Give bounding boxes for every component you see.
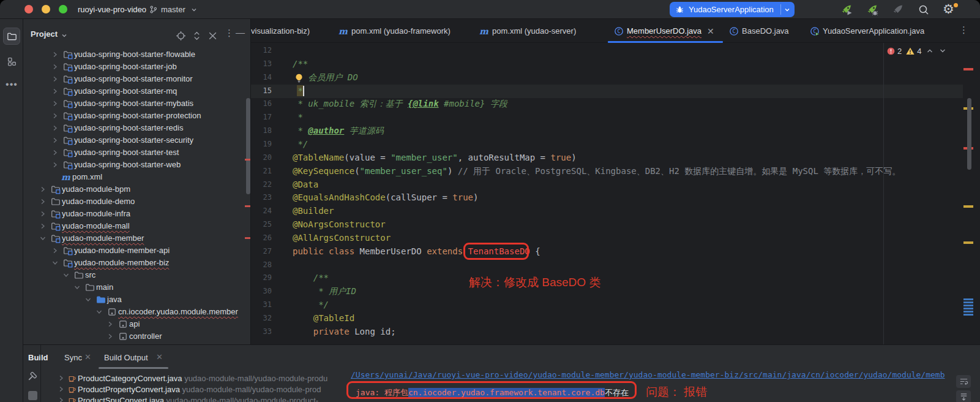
close-tab-icon[interactable]: ✕ (707, 26, 714, 36)
warning-stripe-mark[interactable] (963, 241, 973, 244)
tree-item-yudao-spring-boot-starter-protection[interactable]: yudao-spring-boot-starter-protection (23, 110, 250, 122)
chevron-collapsed-icon[interactable] (39, 197, 47, 206)
tree-item-yudao-spring-boot-starter-redis[interactable]: yudao-spring-boot-starter-redis (23, 122, 250, 134)
close-icon[interactable]: ✕ (156, 352, 163, 362)
tree-item-java[interactable]: java (23, 294, 250, 306)
build-hammer-icon[interactable] (26, 371, 37, 382)
info-stripe-mark[interactable] (963, 302, 973, 303)
chevron-expanded-icon[interactable] (73, 283, 81, 292)
info-stripe-mark[interactable] (963, 305, 973, 306)
editor-tab-YudaoServerApplication.java[interactable]: CYudaoServerApplication.java (810, 19, 924, 43)
info-stripe-mark[interactable] (963, 311, 973, 313)
close-window-button[interactable] (24, 5, 33, 13)
chevron-collapsed-icon[interactable] (51, 75, 59, 83)
chevron-collapsed-icon[interactable] (51, 161, 59, 169)
chevron-collapsed-icon[interactable] (39, 222, 47, 230)
chevron-collapsed-icon[interactable] (57, 385, 67, 393)
locate-file-icon[interactable] (176, 31, 186, 41)
chevron-collapsed-icon[interactable] (51, 148, 59, 157)
hide-panel-icon[interactable]: — (236, 27, 246, 37)
chevron-collapsed-icon[interactable] (57, 374, 67, 382)
chevron-collapsed-icon[interactable] (51, 63, 59, 71)
chevron-collapsed-icon[interactable] (39, 185, 47, 194)
build-tree-item-ProductCategoryConvert.java[interactable]: ProductCategoryConvert.java yudao-module… (45, 373, 346, 384)
chevron-collapsed-icon[interactable] (51, 87, 59, 96)
expand-collapse-icon[interactable] (192, 31, 202, 41)
tree-item-yudao-module-demo[interactable]: yudao-module-demo (23, 195, 250, 208)
chevron-collapsed-icon[interactable] (51, 99, 59, 108)
tab-build-output[interactable]: Build Output (104, 353, 148, 362)
inspections-widget[interactable]: 2 4 (887, 45, 947, 56)
tree-item-yudao-spring-boot-starter-test[interactable]: yudao-spring-boot-starter-test (23, 146, 250, 159)
tree-item-pom.xml[interactable]: mpom.xml (23, 171, 250, 183)
editor-tab-pom.xml (yudao-server)[interactable]: mpom.xml (yudao-server) (479, 19, 576, 43)
build-tree-item-ProductSpuConvert.java[interactable]: ProductSpuConvert.java yudao-module-mall… (45, 395, 346, 402)
tree-item-yudao-spring-boot-starter-flowable[interactable]: yudao-spring-boot-starter-flowable (23, 48, 250, 61)
file-path-link[interactable]: /Users/yunai/Java/ruoyi-vue-pro-video/yu… (351, 370, 977, 379)
tree-item-yudao-spring-boot-starter-security[interactable]: yudao-spring-boot-starter-security (23, 134, 250, 146)
tree-item-yudao-spring-boot-starter-monitor[interactable]: yudao-spring-boot-starter-monitor (23, 73, 250, 85)
tree-item-yudao-module-mall[interactable]: yudao-module-mall (23, 220, 250, 232)
debug-rocket-icon[interactable] (866, 3, 879, 17)
build-tree-item-ProductPropertyConvert.java[interactable]: ProductPropertyConvert.java yudao-module… (45, 384, 346, 395)
chevron-expanded-icon[interactable] (51, 259, 59, 267)
tree-item-yudao-module-member[interactable]: yudao-module-member (23, 232, 250, 245)
project-tool-button[interactable] (3, 28, 20, 45)
tree-item-api[interactable]: api (23, 318, 250, 330)
chevron-expanded-icon[interactable] (62, 271, 70, 279)
info-stripe-mark[interactable] (963, 314, 973, 316)
branch-selector[interactable]: master (161, 5, 185, 14)
warning-stripe-mark[interactable] (963, 205, 973, 208)
tree-item-main[interactable]: main (23, 281, 250, 294)
chevron-expanded-icon[interactable] (95, 308, 103, 316)
tree-item-yudao-module-member-biz[interactable]: yudao-module-member-biz (23, 257, 250, 269)
error-stripe-mark[interactable] (963, 68, 973, 70)
run-configuration-widget[interactable]: YudaoServerApplication (670, 2, 795, 17)
tree-item-src[interactable]: src (23, 269, 250, 281)
profile-rocket-icon-disabled[interactable] (891, 3, 905, 17)
chevron-collapsed-icon[interactable] (51, 50, 59, 59)
close-icon[interactable]: ✕ (84, 352, 91, 362)
tree-item-yudao-spring-boot-starter-mybatis[interactable]: yudao-spring-boot-starter-mybatis (23, 97, 250, 110)
info-stripe-mark[interactable] (963, 298, 973, 300)
search-icon[interactable] (918, 4, 930, 16)
build-panel-title[interactable]: Build (28, 353, 48, 362)
tab-sync[interactable]: Sync (64, 353, 82, 362)
collapse-all-icon[interactable] (208, 31, 218, 41)
tree-item-yudao-spring-boot-starter-job[interactable]: yudao-spring-boot-starter-job (23, 61, 250, 73)
tree-item-controller[interactable]: controller (23, 330, 250, 343)
run-rocket-icon[interactable] (840, 3, 853, 17)
scroll-to-end-icon[interactable] (956, 390, 971, 402)
project-selector[interactable]: ruoyi-vue-pro-video (78, 5, 146, 14)
editor-tab-MemberUserDO.java[interactable]: CMemberUserDO.java✕ (614, 19, 714, 43)
tree-item-yudao-module-infra[interactable]: yudao-module-infra (23, 208, 250, 220)
editor-tab-BaseDO.java[interactable]: CBaseDO.java (729, 19, 789, 43)
soft-wrap-icon[interactable] (956, 375, 971, 388)
chevron-collapsed-icon[interactable] (39, 210, 47, 218)
chevron-expanded-icon[interactable] (84, 295, 92, 304)
tree-item-yudao-spring-boot-starter-web[interactable]: yudao-spring-boot-starter-web (23, 159, 250, 171)
chevron-collapsed-icon[interactable] (57, 396, 67, 402)
project-scrollbar[interactable] (246, 98, 250, 194)
tree-item-yudao-module-member-api[interactable]: yudao-module-member-api (23, 245, 250, 257)
chevron-collapsed-icon[interactable] (106, 320, 114, 328)
chevron-collapsed-icon[interactable] (51, 136, 59, 145)
chevron-collapsed-icon[interactable] (51, 124, 59, 132)
project-panel-title[interactable]: Project (31, 29, 58, 39)
structure-tool-button[interactable] (3, 53, 20, 70)
stop-icon-disabled[interactable] (28, 391, 37, 400)
maximize-window-button[interactable] (59, 5, 67, 13)
editor-tab-pom.xml (yudao-framework)[interactable]: mpom.xml (yudao-framework) (339, 19, 451, 43)
more-tool-windows-button[interactable]: ••• (3, 76, 20, 93)
intention-lightbulb-icon[interactable] (294, 73, 304, 83)
tree-item-yudao-spring-boot-starter-mq[interactable]: yudao-spring-boot-starter-mq (23, 85, 250, 97)
chevron-collapsed-icon[interactable] (106, 332, 114, 341)
chevron-collapsed-icon[interactable] (51, 112, 59, 120)
editor-tab-visualization-biz)[interactable]: visualization-biz) (251, 19, 310, 43)
tree-item-cn.iocoder.yudao.module.member[interactable]: cn.iocoder.yudao.module.member (23, 306, 250, 318)
info-stripe-mark[interactable] (963, 308, 973, 309)
chevron-expanded-icon[interactable] (39, 234, 47, 243)
chevron-collapsed-icon[interactable] (51, 246, 59, 255)
tree-item-yudao-module-bpm[interactable]: yudao-module-bpm (23, 183, 250, 195)
editor-scrollbar[interactable] (967, 98, 971, 170)
